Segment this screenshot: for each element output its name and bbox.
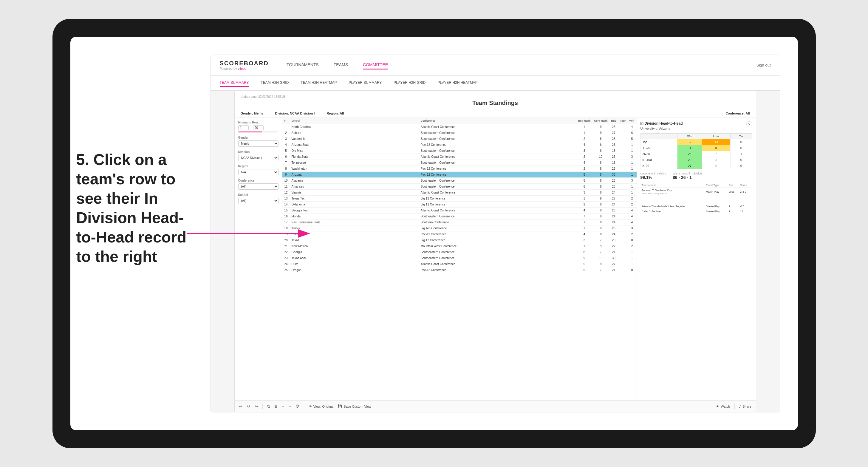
- stat-opponents: Opponents in division: 99.1%: [641, 172, 667, 180]
- nav-teams[interactable]: TEAMS: [334, 61, 348, 69]
- gender-filter-select[interactable]: Men's: [238, 141, 279, 147]
- h2h-ranges-table: Win Loss Tie Top 10 3 13 0 11-25 11 8 0 …: [641, 133, 752, 169]
- region-filter-select[interactable]: N/A: [238, 169, 279, 175]
- conference-filter-select[interactable]: (All): [238, 183, 279, 190]
- division-filter-select[interactable]: NCAA Division I: [238, 155, 279, 161]
- table-row[interactable]: 18 Illinois Big Ten Conference 1 9 26 3: [282, 225, 637, 231]
- filter-region: Region: All: [327, 112, 344, 115]
- table-row[interactable]: 7 Tennessee Southeastern Conference 4 6 …: [282, 160, 637, 166]
- clock-button[interactable]: ⏱: [296, 404, 299, 409]
- watch-button[interactable]: 👁 Watch: [716, 405, 730, 408]
- h2h-range-label: Top 10: [641, 139, 678, 145]
- table-row[interactable]: 1 North Carolina Atlantic Coast Conferen…: [282, 124, 637, 130]
- cell-conf-rank: 8: [592, 208, 609, 214]
- table-row[interactable]: 2 Auburn Southeastern Conference 1 9 27 …: [282, 130, 637, 136]
- table-row[interactable]: 19 California Pac-12 Conference 4 8 24 2: [282, 231, 637, 238]
- table-row[interactable]: 13 Texas Tech Big 12 Conference 1 9 27 2: [282, 196, 637, 201]
- th-h2h-loss: Loss: [702, 134, 730, 139]
- add-button[interactable]: +: [282, 404, 284, 409]
- h2h-loss: 2: [702, 151, 730, 157]
- table-row[interactable]: 5 Ole Miss Southeastern Conference 3 6 1…: [282, 148, 637, 154]
- save-custom-button[interactable]: 💾 Save Custom View: [338, 404, 371, 408]
- reset-button[interactable]: ↺: [247, 404, 250, 409]
- cell-rds: 27: [609, 243, 618, 249]
- table-row[interactable]: 21 New Mexico Mountain West Conference 1…: [282, 243, 637, 249]
- cell-rank: 10: [282, 178, 290, 184]
- cell-rank: 14: [282, 201, 290, 208]
- table-row[interactable]: 9 Arizona Pac-12 Conference 5 8 30 1: [282, 172, 637, 178]
- subnav-player-h2h-heatmap[interactable]: PLAYER H2H HEATMAP: [438, 79, 478, 87]
- cell-rank: 12: [282, 190, 290, 196]
- cell-rank: 1: [282, 124, 290, 130]
- table-row[interactable]: 24 Duke Atlantic Coast Conference 5 9 27…: [282, 261, 637, 267]
- cell-tour: [618, 238, 627, 243]
- table-row[interactable]: 16 Florida Southeastern Conference 7 9 2…: [282, 214, 637, 219]
- subnav-player-h2h-grid[interactable]: PLAYER H2H GRID: [394, 79, 426, 87]
- subnav-player-summary[interactable]: PLAYER SUMMARY: [348, 79, 382, 87]
- cell-rank: 8: [282, 166, 290, 172]
- subnav-team-h2h-grid[interactable]: TEAM H2H GRID: [260, 79, 289, 87]
- sign-out-button[interactable]: Sign out: [756, 63, 771, 67]
- cell-rank: 3: [282, 136, 290, 142]
- table-row[interactable]: 3 Vanderbilt Southeastern Conference 2 8…: [282, 136, 637, 142]
- cell-conference: Big Ten Conference: [419, 225, 577, 231]
- cell-win: 1: [628, 166, 637, 172]
- cell-conf-rank: 10: [592, 154, 609, 160]
- table-row[interactable]: 14 Oklahoma Big 12 Conference 2 8 24 2: [282, 201, 637, 208]
- table-row[interactable]: 8 Washington Pac-12 Conference 2 8 23 1: [282, 166, 637, 172]
- table-row[interactable]: 20 Texas Big 12 Conference 3 7 20 0: [282, 238, 637, 243]
- cell-tour: [618, 124, 627, 130]
- subnav-team-h2h-heatmap[interactable]: TEAM H2H HEATMAP: [301, 79, 337, 87]
- cell-reg-rank: 2: [577, 136, 592, 142]
- cell-conference: Southern Conference: [419, 219, 577, 225]
- redo-button[interactable]: ↪: [255, 404, 258, 409]
- view-original-button[interactable]: 👁 View: Original: [309, 405, 334, 408]
- panel-body: Minimum Rou... – Gender: [235, 118, 756, 400]
- table-row[interactable]: 4 Arizona State Pac-12 Conference 4 6 26…: [282, 142, 637, 148]
- paste-button[interactable]: ⊞: [274, 404, 278, 409]
- table-row[interactable]: 23 Texas A&M Southeastern Conference 9 1…: [282, 255, 637, 261]
- cell-win: 4: [628, 219, 637, 225]
- tournament-score: [739, 196, 752, 204]
- filter-group-division: Division NCAA Division I: [238, 150, 279, 161]
- copy-button[interactable]: ⧉: [267, 404, 270, 409]
- table-row[interactable]: 11 Arkansas Southeastern Conference 6 8 …: [282, 184, 637, 190]
- nav-tournaments[interactable]: TOURNAMENTS: [286, 61, 319, 69]
- table-row[interactable]: 25 Oregon Pac-12 Conference 5 7 21 0: [282, 267, 637, 273]
- minrou-input-min[interactable]: [238, 125, 249, 130]
- school-filter-select[interactable]: (All): [238, 198, 279, 204]
- cell-rank: 4: [282, 142, 290, 148]
- cell-school: Oklahoma: [290, 201, 419, 208]
- cell-school: Texas Tech: [290, 196, 419, 201]
- h2h-close-button[interactable]: ✕: [746, 121, 752, 127]
- minus-button[interactable]: −: [289, 404, 291, 409]
- minrou-input-max[interactable]: [253, 125, 264, 130]
- h2h-panel: In Division Head-to-Head University of A…: [637, 118, 756, 400]
- cell-rds: 23: [609, 166, 618, 172]
- share-button[interactable]: ⤴ Share: [739, 405, 751, 408]
- filter-gender: Gender: Men's: [241, 112, 263, 115]
- table-row[interactable]: 22 Georgia Southeastern Conference 8 7 2…: [282, 249, 637, 255]
- table-row[interactable]: 17 East Tennessee State Southern Confere…: [282, 219, 637, 225]
- h2h-loss: 3: [702, 157, 730, 163]
- filter-group-conference: Conference (All): [238, 179, 279, 190]
- cell-school: Tennessee: [290, 160, 419, 166]
- cell-reg-rank: 4: [577, 231, 592, 238]
- tournament-type: [705, 196, 727, 204]
- table-row[interactable]: 12 Virginia Atlantic Coast Conference 3 …: [282, 190, 637, 196]
- cell-reg-rank: 9: [577, 255, 592, 261]
- cell-win: 0: [628, 267, 637, 273]
- table-row[interactable]: 15 Georgia Tech Atlantic Coast Conferenc…: [282, 208, 637, 214]
- school-filter-label: School: [238, 193, 279, 196]
- cell-conf-rank: 9: [592, 124, 609, 130]
- table-row[interactable]: 6 Florida State Atlantic Coast Conferenc…: [282, 154, 637, 160]
- nav-committee[interactable]: COMMITTEE: [363, 61, 388, 69]
- h2h-range-label: 26-50: [641, 151, 678, 157]
- undo-button[interactable]: ↩: [239, 404, 242, 409]
- update-time: Update time: 27/03/2024 16:56:26: [241, 95, 750, 98]
- tournament-row: 1: [641, 196, 752, 204]
- cell-reg-rank: 1: [577, 219, 592, 225]
- h2h-row: 51-100 20 3 0: [641, 157, 752, 163]
- subnav-team-summary[interactable]: TEAM SUMMARY: [220, 79, 249, 87]
- table-row[interactable]: 10 Alabama Southeastern Conference 5 8 2…: [282, 178, 637, 184]
